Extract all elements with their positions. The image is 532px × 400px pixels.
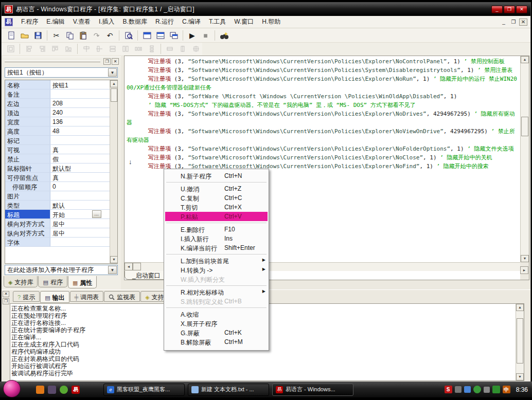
property-row[interactable]: 纵向对齐方式居中	[5, 228, 110, 238]
mdi-close-button[interactable]: ✕	[519, 19, 527, 26]
align-bottom-button[interactable]	[62, 43, 74, 55]
form-grid-button[interactable]	[5, 43, 17, 55]
tab-output[interactable]: ▤输出	[40, 291, 69, 303]
property-row[interactable]: 标记	[5, 136, 110, 145]
tab-program[interactable]: ▤程序	[38, 276, 67, 287]
redo-button[interactable]: ↷	[90, 29, 103, 41]
code-line[interactable]: 写注册项 (3, “Software\Microsoft\Windows\Cur…	[125, 144, 520, 153]
code-line[interactable]: 写注册项 (3, “Software\Microsoft\Windows\Cur…	[125, 110, 520, 127]
save-button[interactable]	[31, 29, 44, 41]
tab-support-libs[interactable]: ◈支持库	[4, 276, 38, 287]
ime-indicator[interactable]: 中	[503, 386, 510, 393]
tab-watch-table[interactable]: 监视表	[104, 291, 140, 302]
property-row[interactable]: 宽度136	[5, 117, 110, 126]
property-row[interactable]: 高度48	[5, 126, 110, 136]
menu-item-relative-cursor-move[interactable]: R.相对光标移动▶	[164, 287, 269, 297]
close-button[interactable]: ✕	[516, 6, 527, 13]
menu-item-delete-line[interactable]: E.删除行F10	[164, 225, 269, 234]
tab-scroll-left-icon[interactable]: ◄	[125, 263, 133, 270]
menu-insert[interactable]: I.插入	[95, 16, 119, 28]
property-row[interactable]: 停留顺序0	[5, 182, 110, 191]
scroll-right-icon[interactable]: ►	[520, 266, 528, 274]
tray-shield-icon[interactable]	[473, 386, 481, 393]
tray-s-icon[interactable]: S	[445, 386, 452, 393]
find-button[interactable]	[122, 29, 135, 41]
run-button[interactable]: ▶	[186, 29, 199, 41]
menu-item-goto-definition[interactable]: S.跳转到定义处Ctrl+B	[164, 297, 269, 306]
editor-vscrollbar[interactable]: ▲ ▼	[520, 56, 529, 262]
window-view3-button[interactable]	[167, 29, 180, 41]
menu-item-expand-subroutine[interactable]: X.展开子程序	[164, 319, 269, 328]
menu-item-convert-to[interactable]: H.转换为 ->▶	[164, 265, 269, 275]
tab-scroll-blank[interactable]	[133, 263, 141, 270]
copy-button[interactable]	[63, 29, 76, 41]
output-scrollbar[interactable]: ▲ ▼	[516, 304, 524, 380]
scrollbar-thumb[interactable]	[517, 318, 523, 363]
code-line[interactable]: 写注册项 (3, “Software\Microsoft\Windows\Cur…	[125, 66, 520, 75]
panel-close-button[interactable]: ✕	[112, 58, 119, 65]
scroll-down-icon[interactable]: ▼	[110, 256, 118, 263]
property-row[interactable]: 备注	[5, 89, 110, 99]
code-line[interactable]: 写注册项 (3, “Software\Microsoft\Windows\Cur…	[125, 57, 520, 66]
menu-compile[interactable]: C.编译	[178, 16, 205, 28]
size-to-grid-button[interactable]	[164, 43, 176, 55]
menu-item-cut[interactable]: T.剪切Ctrl+X	[164, 203, 269, 212]
property-grid-scrollbar[interactable]: ▲ ▼	[110, 80, 117, 263]
mdi-restore-button[interactable]: ❐	[509, 19, 518, 26]
menu-item-paste[interactable]: P.粘贴Ctrl+V	[165, 212, 268, 221]
menu-item-compile-line[interactable]: K.编译当前行Shift+Enter	[164, 243, 269, 252]
tray-sound-icon[interactable]	[455, 386, 462, 393]
paste-button[interactable]	[77, 29, 90, 41]
cut-button[interactable]: ✂	[50, 29, 63, 41]
quick-launch-icon-1[interactable]	[36, 386, 44, 394]
property-row[interactable]: 横向对齐方式居中	[5, 219, 110, 228]
fit-both-button[interactable]	[190, 43, 202, 55]
property-row-selected[interactable]: 标题开始…	[5, 210, 110, 219]
tray-messenger-icon[interactable]	[464, 386, 471, 393]
center-horizontal-button[interactable]	[80, 43, 93, 55]
chevron-down-icon[interactable]: ▼	[108, 266, 117, 274]
menu-item-new-subroutine[interactable]: N.新子程序Ctrl+N	[164, 171, 269, 180]
property-row[interactable]: 可视真	[5, 145, 110, 154]
code-line[interactable]: 写注册项 (3, “Software\Microsoft\Windows\Cur…	[125, 75, 520, 92]
minimize-button[interactable]: _	[491, 6, 503, 13]
tab-properties[interactable]: ▦属性	[68, 276, 97, 288]
menu-item-insert-branch[interactable]: W.插入判断分支	[164, 275, 269, 284]
property-row[interactable]: 名称按钮1	[5, 80, 110, 89]
open-file-button[interactable]	[18, 29, 31, 41]
code-line[interactable]: 写注册项 (3, “SoftWare \Microsoft \Windows \…	[125, 92, 520, 101]
object-selector[interactable]: 按钮1（按钮） ▼	[5, 67, 118, 78]
property-row[interactable]: 左边208	[5, 99, 110, 108]
menu-item-uncomment-block[interactable]: B.解除屏蔽Ctrl+M	[164, 337, 269, 347]
align-right-button[interactable]	[36, 43, 48, 55]
menu-program[interactable]: F.程序	[17, 16, 42, 28]
menu-database[interactable]: B.数据库	[119, 16, 151, 28]
menu-item-add-to-block[interactable]: L.加到当前块首尾▶	[164, 256, 269, 265]
task-button-browser[interactable]: e黑客联盟_夜鹰黑客...	[103, 384, 185, 396]
quick-launch-icon-3[interactable]	[60, 386, 68, 394]
quick-launch-icon-2[interactable]	[48, 386, 56, 394]
event-handler-selector[interactable]: 在此处选择加入事件处理子程序 ▼	[5, 265, 118, 275]
property-row[interactable]: 顶边240	[5, 108, 110, 117]
property-row[interactable]: 类型默认	[5, 201, 110, 210]
property-row[interactable]: 字体	[5, 238, 110, 247]
menu-view[interactable]: V.查看	[69, 16, 95, 28]
stop-button[interactable]: ■	[199, 29, 212, 41]
scroll-up-icon[interactable]: ▲	[521, 56, 529, 63]
menu-item-undo[interactable]: U.撤消Ctrl+Z	[164, 184, 269, 193]
space-horizontal-button[interactable]	[132, 43, 145, 55]
task-button-elang[interactable]: 易易语言 - Windows...	[272, 384, 353, 396]
undo-button[interactable]: ↶	[103, 29, 116, 41]
new-file-button[interactable]	[5, 29, 17, 41]
task-button-notepad[interactable]: 新建 文本文档.txt - ...	[188, 384, 269, 396]
scroll-up-icon[interactable]: ▲	[516, 304, 524, 311]
panel-float-button[interactable]: ❐	[103, 58, 111, 65]
wizard-search-button[interactable]	[218, 29, 230, 41]
chevron-down-icon[interactable]: ▼	[108, 68, 117, 77]
property-row[interactable]: 图片	[5, 191, 110, 201]
menu-edit[interactable]: E.编辑	[42, 16, 68, 28]
tab-call-table[interactable]: ╪调用表	[70, 291, 104, 302]
ellipsis-button[interactable]: …	[92, 210, 101, 218]
scroll-up-icon[interactable]: ▲	[110, 80, 118, 87]
mdi-minimize-button[interactable]: _	[500, 19, 508, 26]
